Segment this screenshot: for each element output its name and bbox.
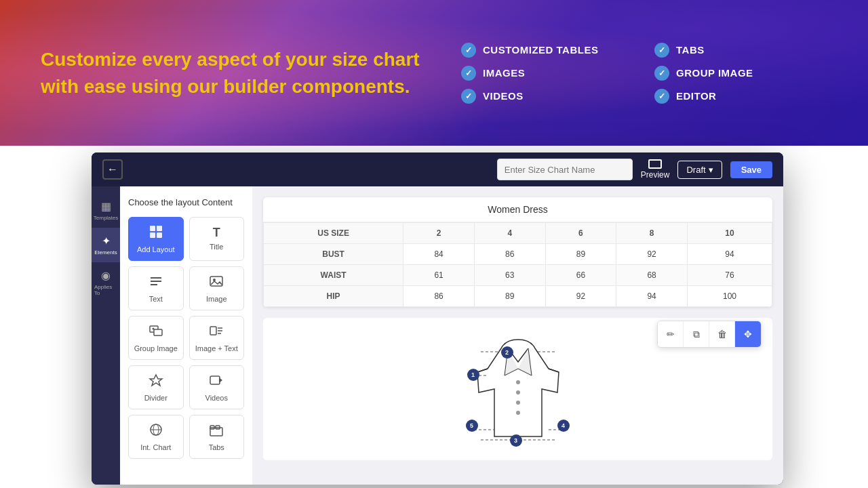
floating-toolbar: ✏ ⧉ 🗑 ✥	[657, 321, 762, 348]
sidebar-item-elements[interactable]: ✦ Elements	[92, 228, 120, 262]
element-label: Tabs	[209, 443, 224, 451]
feature-item: TABS	[654, 43, 827, 58]
element-label: Divider	[144, 394, 167, 402]
svg-marker-18	[219, 378, 222, 383]
headline-start: Customize every aspect of your	[41, 49, 332, 70]
feature-item: EDITOR	[654, 89, 827, 104]
element-icon	[149, 422, 163, 441]
applies-to-icon: ◉	[101, 269, 111, 282]
element-card-image-+-text[interactable]: Image + Text	[189, 316, 245, 360]
feature-item: CUSTOMIZED TABLES	[461, 43, 634, 58]
element-label: Group Image	[134, 344, 178, 352]
element-card-divider[interactable]: Divider	[128, 365, 184, 409]
svg-rect-1	[157, 226, 162, 231]
sidebar-item-applies-to[interactable]: ◉ Applies To	[92, 262, 120, 303]
element-card-text[interactable]: Text	[128, 266, 184, 310]
save-button[interactable]: Save	[730, 161, 772, 178]
table-cell: 89	[474, 286, 545, 307]
draft-button[interactable]: Draft ▾	[677, 161, 722, 179]
svg-rect-17	[210, 376, 220, 384]
table-row-label: BUST	[264, 244, 403, 265]
panel-title: Choose the layout Content	[128, 197, 244, 207]
table-row: HIP86899294100	[264, 286, 772, 307]
check-icon	[654, 43, 669, 58]
sidebar-elements-label: Elements	[94, 249, 117, 256]
feature-label: TABS	[676, 44, 705, 56]
table-body: BUST8486899294WAIST6163666876HIP86899294…	[264, 244, 772, 307]
table-header-cell: 4	[474, 223, 545, 244]
element-label: Text	[149, 295, 163, 303]
preview-button[interactable]: Preview	[641, 159, 670, 180]
check-icon	[654, 89, 669, 104]
element-label: Int. Chart	[140, 443, 171, 451]
svg-rect-3	[157, 232, 162, 238]
feature-item: VIDEOS	[461, 89, 634, 104]
elements-icon: ✦	[102, 235, 111, 247]
table-cell: 89	[545, 244, 616, 265]
feature-label: CUSTOMIZED TABLES	[483, 44, 598, 56]
main-layout: ▦ Templates ✦ Elements ◉ Applies To Choo…	[92, 186, 783, 485]
table-header-cell: 2	[403, 223, 475, 244]
element-card-int.-chart[interactable]: Int. Chart	[128, 415, 184, 459]
element-card-videos[interactable]: Videos	[189, 365, 245, 409]
element-label: Image	[206, 295, 227, 303]
back-button[interactable]: ←	[102, 159, 123, 180]
garment-illustration: 2 1 5 4 3	[464, 331, 572, 447]
element-card-group-image[interactable]: Group Image	[128, 316, 184, 360]
table-row-label: HIP	[264, 286, 403, 307]
elements-panel: Choose the layout Content Add LayoutTTit…	[120, 186, 252, 485]
delete-button[interactable]: 🗑	[709, 321, 735, 347]
svg-point-28	[516, 401, 520, 405]
sidebar-item-templates[interactable]: ▦ Templates	[92, 193, 120, 228]
svg-rect-7	[210, 277, 222, 286]
element-card-add-layout[interactable]: Add Layout	[128, 217, 184, 261]
element-label: Add Layout	[137, 245, 175, 253]
svg-rect-0	[150, 226, 155, 231]
preview-label: Preview	[641, 170, 670, 180]
table-cell: 94	[687, 244, 772, 265]
content-area: Women Dress US SIZE246810 BUST8486899294…	[252, 186, 783, 485]
element-card-title[interactable]: TTitle	[189, 217, 245, 261]
table-row: WAIST6163666876	[264, 265, 772, 286]
hero-content: Customize every aspect of your size char…	[0, 0, 868, 146]
feature-item: IMAGES	[461, 66, 634, 81]
svg-point-11	[152, 328, 154, 330]
element-label: Videos	[205, 394, 228, 402]
check-icon	[654, 66, 669, 81]
element-icon	[149, 323, 163, 342]
element-icon	[149, 373, 163, 391]
table-cell: 92	[616, 244, 688, 265]
svg-marker-16	[150, 375, 162, 386]
size-chart-name-input[interactable]	[497, 159, 633, 180]
edit-button[interactable]: ✏	[658, 321, 684, 347]
dot-2: 1	[467, 369, 479, 381]
hero-features: CUSTOMIZED TABLESTABSIMAGESGROUP IMAGEVI…	[434, 43, 827, 104]
table-header-cell: 8	[616, 223, 688, 244]
element-icon	[149, 224, 163, 243]
image-section[interactable]: ✏ ⧉ 🗑 ✥	[263, 318, 772, 460]
preview-icon	[648, 159, 662, 169]
draft-label: Draft	[686, 165, 705, 175]
element-label: Image + Text	[195, 344, 238, 352]
table-cell: 68	[616, 265, 688, 286]
dot-1: 2	[501, 346, 513, 359]
element-card-tabs[interactable]: Tabs	[189, 415, 245, 459]
headline-highlight: size chart	[332, 49, 419, 70]
check-icon	[461, 43, 476, 58]
move-button[interactable]: ✥	[735, 321, 761, 347]
hero-headline: Customize every aspect of your size char…	[41, 46, 434, 99]
templates-icon: ▦	[101, 200, 111, 213]
copy-button[interactable]: ⧉	[684, 321, 709, 347]
table-cell: 63	[474, 265, 545, 286]
table-title: Women Dress	[263, 197, 772, 222]
element-card-image[interactable]: Image	[189, 266, 245, 310]
element-icon	[209, 274, 224, 292]
feature-label: IMAGES	[483, 67, 525, 79]
table-section: Women Dress US SIZE246810 BUST8486899294…	[263, 197, 772, 307]
table-cell: 61	[403, 265, 475, 286]
dot-4: 4	[557, 420, 570, 432]
feature-label: GROUP IMAGE	[676, 67, 753, 79]
table-cell: 86	[474, 244, 545, 265]
table-header-cell: 10	[687, 223, 772, 244]
dot-5: 3	[510, 434, 522, 447]
